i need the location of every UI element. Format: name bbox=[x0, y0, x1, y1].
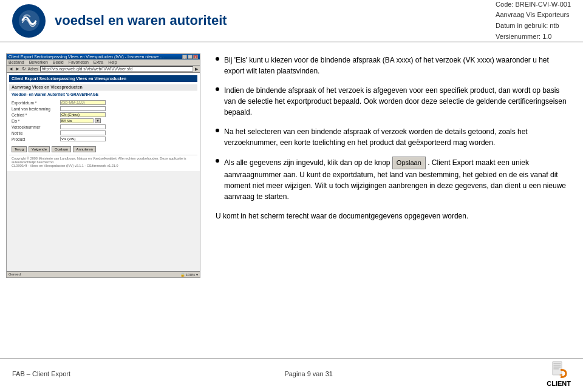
input-product[interactable] bbox=[60, 137, 106, 141]
copyright-line1: Copyright © 2008 Ministerie van Landbouw… bbox=[12, 157, 195, 164]
form-buttons: Terug Volgende Opslaan Annuleren bbox=[9, 146, 197, 152]
conclusion-paragraph: U komt in het scherm terecht waar de doc… bbox=[216, 211, 571, 221]
win-titlebar-buttons: _ □ × bbox=[182, 55, 198, 59]
menu-beeld[interactable]: Beeld bbox=[53, 60, 64, 64]
header-sub: Voedsel- en Waren Autoriteit 's-GRAVENHA… bbox=[9, 92, 197, 97]
svg-rect-5 bbox=[554, 368, 559, 369]
label-verzoeknummer: Verzoeknummer bbox=[12, 125, 60, 129]
go-icon[interactable]: ▶ bbox=[195, 67, 198, 72]
form-row-land: Land van bestemming bbox=[12, 106, 195, 111]
doc-info: Code: BREIN-CVI-W-001 Aanvraag Vis Expor… bbox=[496, 0, 571, 42]
opslaan-button[interactable]: Opslaan bbox=[52, 146, 71, 152]
left-panel: Client Export Sectortoepassing Vlees en … bbox=[0, 49, 206, 352]
bullet-dot-1 bbox=[216, 57, 219, 61]
menu-help[interactable]: Help bbox=[108, 60, 117, 64]
menu-extra[interactable]: Extra bbox=[94, 60, 103, 64]
win-body: Client Export Sectortoepassing Vlees en … bbox=[7, 73, 200, 171]
bullet-dot-2 bbox=[216, 87, 219, 91]
terug-button[interactable]: Terug bbox=[12, 146, 27, 152]
bullet4-pre: Als alle gegevens zijn ingevuld, klik da… bbox=[224, 158, 390, 167]
volgende-button[interactable]: Volgende bbox=[29, 146, 50, 152]
input-exportdatum[interactable] bbox=[60, 100, 106, 105]
back-nav-icon[interactable]: ◄ bbox=[9, 66, 13, 72]
win-title: Client Export Sectortoepassing Vlees en … bbox=[9, 55, 166, 59]
page-footer: FAB – Client Export Pagina 9 van 31 CLIE… bbox=[0, 358, 583, 388]
bullet-item-1: Bij 'Eis' kunt u kiezen voor de bindende… bbox=[216, 55, 571, 76]
refresh-icon[interactable]: ↻ bbox=[22, 66, 26, 72]
input-notitie[interactable] bbox=[60, 130, 106, 135]
client-export-icon bbox=[550, 360, 568, 379]
input-eis[interactable] bbox=[60, 118, 94, 123]
bullet-item-4: Als alle gegevens zijn ingevuld, klik da… bbox=[216, 157, 571, 202]
bullet-item-3: Na het selecteren van een bindende afspr… bbox=[216, 126, 571, 148]
input-verzoeknummer[interactable] bbox=[60, 124, 106, 129]
form-row-eis: Eis * ▼ bbox=[12, 118, 195, 123]
copyright-text: Copyright © 2008 Ministerie van Landbouw… bbox=[9, 155, 197, 169]
doc-versie: Versienummer: 1.0 bbox=[496, 32, 571, 42]
label-notitie: Notitie bbox=[12, 131, 60, 135]
nav-label: Client Export Sectortoepassing Vlees en … bbox=[12, 76, 126, 81]
section-title: Aanvraag Vlees en Vleesproducten bbox=[12, 85, 83, 89]
menu-favorieten[interactable]: Favorieten bbox=[69, 60, 89, 64]
minimize-button[interactable]: _ bbox=[182, 55, 187, 59]
bullet-item-2: Indien de bindende afspraak of het verzo… bbox=[216, 85, 571, 118]
footer-right: CLIENT bbox=[547, 360, 571, 387]
win-statusbar: Gereed 🔒 100% ▾ bbox=[7, 271, 200, 277]
bullet-text-4: Als alle gegevens zijn ingevuld, klik da… bbox=[224, 157, 571, 202]
screenshot-container: Client Export Sectortoepassing Vlees en … bbox=[6, 53, 200, 278]
menu-bestand[interactable]: Bestand bbox=[9, 60, 24, 64]
bullet-text-1: Bij 'Eis' kunt u kiezen voor de bindende… bbox=[224, 55, 571, 76]
footer-center: Pagina 9 van 31 bbox=[284, 370, 333, 377]
menu-bewerken[interactable]: Bewerken bbox=[29, 60, 48, 64]
zoom-text: 🔒 100% ▾ bbox=[180, 272, 198, 277]
bullet-dot-3 bbox=[216, 129, 219, 132]
label-gebied: Gebied * bbox=[12, 113, 60, 117]
version-line: CL0390/4f - Vlees en Vleesprducten (IVV)… bbox=[12, 164, 195, 167]
maximize-button[interactable]: □ bbox=[188, 55, 193, 59]
bullet-text-2: Indien de bindende afspraak of het verzo… bbox=[224, 85, 571, 118]
svg-rect-4 bbox=[554, 367, 561, 367]
annuleren-button[interactable]: Annuleren bbox=[73, 146, 95, 152]
win-menubar: Bestand Bewerken Beeld Favorieten Extra … bbox=[7, 59, 200, 66]
doc-code: Code: BREIN-CVI-W-001 bbox=[496, 0, 571, 10]
win-titlebar: Client Export Sectortoepassing Vlees en … bbox=[7, 54, 200, 59]
win-header-blue: Client Export Sectortoepassing Vlees en … bbox=[9, 75, 197, 82]
form-row-notitie: Notitie bbox=[12, 130, 195, 135]
form-row-product: Product bbox=[12, 137, 195, 141]
input-land[interactable] bbox=[60, 106, 106, 111]
svg-rect-2 bbox=[554, 363, 561, 363]
form-row-gebied: Gebied * bbox=[12, 112, 195, 117]
org-name: voedsel en waren autoriteit bbox=[55, 13, 496, 29]
input-gebied[interactable] bbox=[60, 112, 106, 117]
address-label: Adres bbox=[28, 67, 38, 71]
doc-datum: Datum in gebruik: ntb bbox=[496, 21, 571, 32]
label-product: Product bbox=[12, 137, 60, 141]
inline-opslaan-button[interactable]: Opslaan bbox=[392, 157, 426, 169]
status-text: Gereed bbox=[9, 272, 21, 277]
client-label: CLIENT bbox=[547, 380, 571, 387]
close-button[interactable]: × bbox=[193, 55, 198, 59]
forward-nav-icon[interactable]: ► bbox=[15, 66, 20, 72]
right-panel: Bij 'Eis' kunt u kiezen voor de bindende… bbox=[206, 49, 583, 352]
footer-left: FAB – Client Export bbox=[12, 370, 70, 377]
doc-aanvraag: Aanvraag Vis Exporteurs bbox=[496, 10, 571, 21]
client-icon-container: CLIENT bbox=[547, 360, 571, 387]
win-toolbar: ◄ ► ↻ Adres http://vts.agroweb.gld.s/vts… bbox=[7, 66, 200, 73]
eis-dropdown[interactable]: ▼ bbox=[95, 118, 101, 123]
main-content: Client Export Sectortoepassing Vlees en … bbox=[0, 42, 583, 358]
form-row-exportdatum: Exportdatum * bbox=[12, 100, 195, 105]
form-row-verzoeknummer: Verzoeknummer bbox=[12, 124, 195, 129]
bullet-dot-4 bbox=[216, 159, 219, 163]
svg-rect-3 bbox=[554, 365, 561, 365]
form-section: Exportdatum * Land van bestemming Gebied… bbox=[9, 99, 197, 144]
logo bbox=[12, 4, 46, 38]
label-exportdatum: Exportdatum * bbox=[12, 101, 60, 105]
section-header: Aanvraag Vlees en Vleesproducten bbox=[9, 84, 197, 90]
label-land: Land van bestemming bbox=[12, 107, 60, 111]
bullet-text-3: Na het selecteren van een bindende afspr… bbox=[224, 126, 571, 148]
page-header: voedsel en waren autoriteit Code: BREIN-… bbox=[0, 0, 583, 42]
address-bar[interactable]: http://vts.agroweb.gld.s/vts/web/IVV/IVV… bbox=[40, 66, 193, 72]
label-eis: Eis * bbox=[12, 119, 60, 123]
